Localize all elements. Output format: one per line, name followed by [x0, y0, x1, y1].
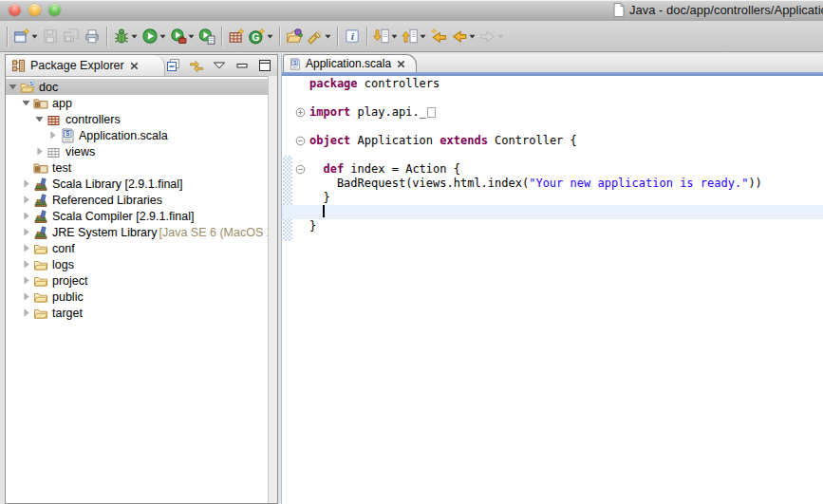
code-token: controllers [358, 77, 440, 90]
editor-tab-application-scala[interactable]: S Application.scala [283, 54, 417, 72]
fold-plus-icon[interactable] [295, 107, 306, 118]
code-line-4[interactable] [282, 120, 823, 134]
dropdown-arrow-icon[interactable] [391, 34, 398, 39]
expand-arrow-icon[interactable] [34, 146, 45, 157]
folded-region-box[interactable] [427, 107, 436, 118]
expand-arrow-icon[interactable] [21, 227, 31, 237]
tree-item-public[interactable]: public [6, 289, 269, 305]
traffic-lights [9, 4, 61, 16]
view-menu-button[interactable] [212, 58, 227, 73]
code-token: object [309, 134, 350, 147]
debug-button[interactable] [111, 25, 140, 48]
dropdown-arrow-icon[interactable] [159, 34, 166, 39]
tree-item-application-scala[interactable]: SApplication.scala [6, 127, 269, 143]
code-line-5[interactable]: object Application extends Controller { [282, 134, 823, 148]
tree-item-label: conf [50, 242, 75, 255]
expand-arrow-icon[interactable] [21, 275, 31, 286]
tree-item-scala-compiler-2-9-1-final[interactable]: Scala Compiler [2.9.1.final] [6, 208, 269, 224]
expand-arrow-icon[interactable] [21, 308, 31, 318]
code-line-10[interactable] [282, 205, 823, 219]
collapse-arrow-icon[interactable] [34, 114, 45, 124]
toolbar-separator [366, 27, 367, 47]
expand-arrow-icon[interactable] [21, 291, 31, 302]
minimize-button[interactable] [234, 58, 250, 73]
code-line-11[interactable]: } [282, 219, 823, 233]
tree-item-controllers[interactable]: controllers [6, 111, 269, 127]
tree-item-views[interactable]: views [6, 143, 269, 159]
tree-item-referenced-libraries[interactable]: Referenced Libraries [6, 192, 269, 208]
new-java-class-button[interactable]: G [247, 25, 275, 48]
expand-arrow-icon[interactable] [21, 259, 31, 270]
toolbar-separator [221, 27, 222, 47]
expand-arrow-icon[interactable] [21, 195, 31, 205]
open-task-button[interactable] [284, 25, 305, 48]
new-java-package-button[interactable] [226, 25, 247, 48]
tree-item-jre-system-library[interactable]: JRE System Library [Java SE 6 (MacOS X D… [6, 224, 269, 240]
tree-item-conf[interactable]: conf [6, 240, 269, 256]
maximize-button[interactable] [257, 58, 272, 73]
dropdown-arrow-icon[interactable] [131, 34, 138, 39]
info-button[interactable]: i [342, 25, 363, 48]
tree-item-scala-library-2-9-1-final[interactable]: Scala Library [2.9.1.final] [6, 176, 269, 192]
last-edit-location-button[interactable] [428, 25, 449, 48]
close-view-icon[interactable] [129, 61, 140, 71]
collapse-arrow-icon[interactable] [21, 98, 31, 108]
collapse-arrow-icon[interactable] [8, 82, 18, 92]
tree-item-target[interactable]: target [6, 305, 269, 321]
code-line-7[interactable]: def index = Action { [282, 162, 823, 177]
code-line-2[interactable] [282, 91, 823, 105]
expand-arrow-icon[interactable] [21, 243, 31, 253]
fold-minus-icon[interactable] [295, 164, 306, 175]
run-button[interactable] [140, 25, 168, 48]
tree-item-logs[interactable]: logs [6, 256, 269, 272]
dropdown-arrow-icon[interactable] [420, 34, 426, 39]
zoom-window-button[interactable] [48, 4, 61, 16]
package-explorer-scrollbar[interactable] [268, 76, 277, 503]
tree-item-app[interactable]: app [6, 95, 269, 111]
tree-item-test[interactable]: test [6, 159, 269, 176]
code-line-1[interactable]: package controllers [282, 77, 823, 91]
previous-annotation-button[interactable] [400, 25, 428, 48]
code-editor[interactable]: package controllersimport play.api._obje… [282, 76, 823, 504]
dropdown-arrow-icon[interactable] [267, 34, 273, 39]
save-all-icon [63, 28, 80, 45]
code-line-9[interactable]: } [282, 191, 823, 205]
close-tab-icon[interactable] [396, 59, 406, 69]
dropdown-arrow-icon[interactable] [188, 34, 195, 39]
code-token: extends [440, 134, 488, 147]
code-line-3[interactable]: import play.api._ [282, 105, 823, 120]
expand-arrow-icon[interactable] [47, 130, 58, 140]
back-button[interactable] [449, 25, 477, 48]
run-external-tools-button[interactable] [168, 25, 196, 48]
title-bar[interactable]: Java - doc/app/controllers/Application.s… [0, 0, 823, 22]
tree-item-label: public [50, 290, 84, 304]
code-token: package [309, 77, 358, 90]
new-java-class-icon: G [249, 28, 266, 45]
link-with-editor-button[interactable] [189, 58, 204, 73]
dropdown-arrow-icon[interactable] [31, 34, 38, 39]
library-icon [33, 177, 48, 192]
code-line-6[interactable] [282, 148, 823, 162]
tree-item-label: test [50, 161, 71, 175]
run-coverage-button[interactable] [196, 25, 217, 48]
next-annotation-button[interactable] [371, 25, 400, 48]
dropdown-arrow-icon[interactable] [497, 34, 504, 39]
toolbar-separator [279, 27, 280, 47]
expand-arrow-icon[interactable] [21, 211, 31, 221]
tree-item-project[interactable]: project [6, 272, 269, 289]
search-button[interactable] [305, 25, 333, 48]
expand-arrow-icon[interactable] [21, 178, 31, 189]
collapse-all-icon [166, 58, 181, 73]
tree-item-doc[interactable]: Sdoc [6, 79, 269, 95]
new-wizard-button[interactable] [11, 25, 40, 48]
dropdown-arrow-icon[interactable] [325, 34, 331, 39]
print-button[interactable] [82, 25, 103, 48]
dropdown-arrow-icon[interactable] [469, 34, 476, 39]
code-line-8[interactable]: BadRequest(views.html.index("Your new ap… [282, 177, 823, 191]
fold-minus-icon[interactable] [295, 136, 306, 146]
previous-annotation-icon [402, 28, 419, 45]
close-window-button[interactable] [9, 4, 21, 16]
collapse-all-button[interactable] [166, 58, 181, 73]
minimize-window-button[interactable] [28, 4, 41, 16]
package-explorer-tab[interactable]: Package Explorer [6, 55, 165, 76]
